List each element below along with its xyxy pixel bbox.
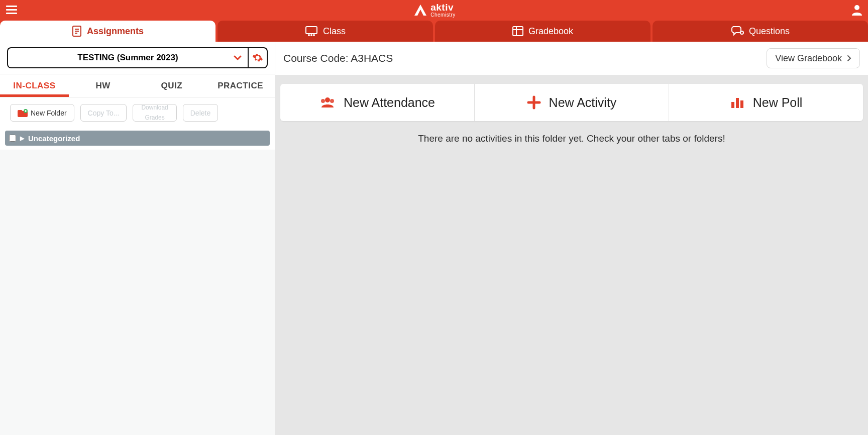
class-icon	[305, 26, 318, 37]
user-menu-icon[interactable]	[852, 5, 862, 16]
tab-questions-label: Questions	[749, 26, 790, 37]
top-bar: aktiv Chemistry	[0, 0, 868, 20]
left-panel: TESTING (Summer 2023) IN-CLASS HW QUIZ P…	[0, 42, 275, 435]
brand-text: aktiv Chemistry	[430, 3, 456, 18]
folder-list: ▶ Uncategorized	[0, 127, 275, 150]
questions-icon	[731, 26, 744, 37]
subtab-quiz[interactable]: QUIZ	[138, 74, 206, 97]
course-code: Course Code: A3HACS	[283, 52, 393, 64]
course-selector-row: TESTING (Summer 2023)	[0, 42, 275, 74]
poll-icon	[730, 96, 745, 109]
svg-point-6	[308, 34, 310, 36]
svg-point-8	[313, 34, 315, 36]
svg-rect-9	[513, 27, 523, 36]
view-gradebook-label: View Gradebook	[775, 53, 842, 64]
view-gradebook-button[interactable]: View Gradebook	[767, 48, 860, 68]
new-activity-button[interactable]: New Activity	[474, 84, 669, 121]
tab-questions[interactable]: Questions	[653, 21, 868, 42]
subtab-practice-label: PRACTICE	[218, 81, 263, 91]
attendance-icon	[319, 96, 336, 108]
course-select-label: TESTING (Summer 2023)	[77, 53, 178, 63]
copy-to-button[interactable]: Copy To...	[80, 104, 127, 122]
left-fill	[0, 150, 275, 435]
subtab-inclass[interactable]: IN-CLASS	[0, 74, 69, 97]
brand-sub: Chemistry	[430, 13, 456, 18]
course-settings-button[interactable]	[248, 47, 268, 68]
svg-rect-19	[731, 102, 734, 108]
svg-point-0	[854, 5, 859, 10]
empty-state-message: There are no activities in this folder y…	[280, 133, 863, 144]
folder-plus-icon	[18, 109, 28, 117]
right-body: New Attendance New Activity New Poll The…	[275, 75, 868, 435]
action-cards: New Attendance New Activity New Poll	[280, 84, 863, 121]
svg-point-7	[310, 34, 312, 36]
tab-class-label: Class	[323, 26, 346, 37]
svg-rect-20	[736, 98, 739, 108]
folder-toolbar: New Folder Copy To... Download Grades De…	[0, 97, 275, 127]
tab-assignments-label: Assignments	[87, 26, 144, 37]
primary-nav: Assignments Class Gradebook Questions	[0, 20, 868, 42]
course-code-value: A3HACS	[351, 52, 393, 64]
tab-class[interactable]: Class	[218, 21, 433, 42]
new-attendance-label: New Attendance	[344, 95, 435, 110]
subtab-quiz-label: QUIZ	[161, 81, 183, 91]
brand-name: aktiv	[430, 3, 456, 12]
copy-to-label: Copy To...	[88, 109, 120, 117]
menu-icon[interactable]	[6, 6, 17, 14]
new-folder-button[interactable]: New Folder	[10, 104, 74, 122]
main-body: TESTING (Summer 2023) IN-CLASS HW QUIZ P…	[0, 42, 868, 435]
svg-rect-21	[740, 100, 743, 108]
new-activity-label: New Activity	[549, 95, 617, 110]
right-panel: Course Code: A3HACS View Gradebook New A…	[275, 42, 868, 435]
chevron-right-icon	[847, 55, 851, 62]
tab-gradebook[interactable]: Gradebook	[435, 21, 650, 42]
svg-point-12	[740, 31, 743, 34]
expand-icon[interactable]: ▶	[20, 135, 24, 142]
gear-icon	[252, 52, 263, 63]
gradebook-icon	[512, 26, 523, 36]
chevron-down-icon	[234, 53, 242, 62]
subtab-hw[interactable]: HW	[69, 74, 138, 97]
assignments-icon	[72, 25, 82, 37]
svg-rect-5	[306, 27, 317, 34]
subtab-practice[interactable]: PRACTICE	[206, 74, 275, 97]
download-grades-button[interactable]: Download Grades	[133, 104, 176, 122]
svg-point-16	[330, 99, 334, 103]
subtab-inclass-label: IN-CLASS	[13, 81, 55, 91]
new-folder-label: New Folder	[31, 109, 67, 117]
assignment-subtabs: IN-CLASS HW QUIZ PRACTICE	[0, 74, 275, 97]
folder-checkbox[interactable]	[9, 135, 16, 142]
download-grades-label-1: Download	[141, 104, 168, 111]
folder-name: Uncategorized	[28, 134, 80, 143]
brand-mark-icon	[413, 4, 427, 17]
right-header: Course Code: A3HACS View Gradebook	[275, 42, 868, 75]
new-poll-label: New Poll	[753, 95, 803, 110]
plus-icon	[527, 95, 541, 110]
new-poll-button[interactable]: New Poll	[669, 84, 863, 121]
tab-assignments[interactable]: Assignments	[0, 21, 215, 42]
download-grades-label-2: Grades	[145, 115, 164, 121]
svg-point-15	[321, 99, 325, 103]
new-attendance-button[interactable]: New Attendance	[280, 84, 474, 121]
course-select[interactable]: TESTING (Summer 2023)	[7, 47, 248, 68]
folder-row-uncategorized[interactable]: ▶ Uncategorized	[5, 131, 270, 146]
tab-gradebook-label: Gradebook	[528, 26, 573, 37]
delete-label: Delete	[190, 109, 210, 117]
brand-logo[interactable]: aktiv Chemistry	[413, 3, 456, 18]
subtab-hw-label: HW	[95, 81, 110, 91]
svg-point-14	[325, 97, 330, 102]
course-code-label: Course Code:	[283, 52, 351, 64]
delete-button[interactable]: Delete	[183, 104, 218, 122]
